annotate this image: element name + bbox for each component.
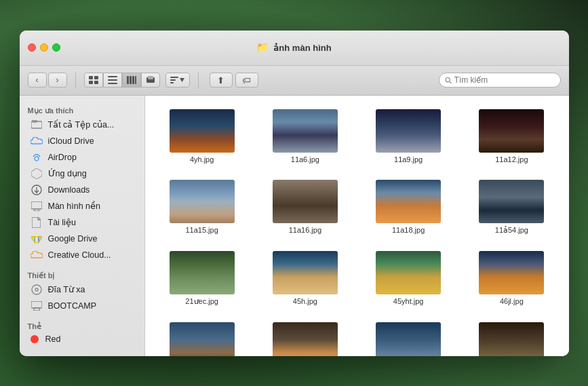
view-cover-button[interactable] <box>141 73 160 88</box>
documents-label: Tài liệu <box>48 217 76 227</box>
sidebar-item-creative-cloud[interactable]: Creative Cloud... <box>22 247 142 263</box>
search-box[interactable] <box>439 73 561 88</box>
file-item[interactable]: 21ưec.jpg <box>153 246 251 311</box>
file-name: 11a18.jpg <box>392 226 425 234</box>
documents-icon <box>31 216 43 229</box>
file-thumbnail <box>376 322 441 356</box>
file-name: 21ưec.jpg <box>185 297 218 306</box>
sidebar: Mục ưa thích Tất cả Tệp của... iCloud Dr… <box>20 96 145 356</box>
sidebar-item-airdrop[interactable]: AirDrop <box>22 149 142 166</box>
search-input[interactable] <box>454 75 555 85</box>
svg-rect-30 <box>31 301 42 308</box>
file-item[interactable]: 4yh.jpg <box>153 104 251 169</box>
view-columns-button[interactable] <box>122 73 141 88</box>
apps-icon <box>31 168 43 180</box>
svg-rect-15 <box>170 82 174 83</box>
icloud-icon <box>31 135 43 147</box>
remote-disk-label: Đĩa Từ xa <box>48 284 85 294</box>
file-thumbnail <box>273 180 338 223</box>
file-item[interactable] <box>463 317 560 356</box>
view-list-button[interactable] <box>103 73 122 88</box>
close-button[interactable] <box>28 43 36 52</box>
file-item[interactable] <box>256 317 354 356</box>
file-item[interactable]: 45h.jpg <box>256 246 354 311</box>
creative-cloud-label: Creative Cloud... <box>48 250 111 260</box>
google-drive-icon <box>31 233 43 245</box>
bootcamp-label: BOOTCAMP <box>48 301 97 311</box>
tag-red-label: Red <box>45 334 61 344</box>
forward-button[interactable]: › <box>48 73 67 88</box>
file-name: 45yht.jpg <box>393 297 424 305</box>
file-item[interactable]: 45yht.jpg <box>359 246 457 311</box>
view-icon-button[interactable] <box>84 73 103 88</box>
file-item[interactable]: 11a6.jpg <box>256 104 354 169</box>
sidebar-item-all-files[interactable]: Tất cả Tệp của... <box>22 117 142 133</box>
file-name: 11a6.jpg <box>291 155 319 163</box>
file-thumbnail <box>376 251 441 294</box>
google-drive-label: Google Drive <box>48 234 98 244</box>
file-thumbnail <box>170 180 235 223</box>
icloud-drive-label: iCloud Drive <box>48 136 94 146</box>
favorites-section-title: Mục ưa thích <box>20 104 144 117</box>
svg-point-17 <box>445 77 449 81</box>
traffic-lights <box>28 43 60 52</box>
creative-cloud-icon <box>31 249 43 261</box>
all-files-label: Tất cả Tệp của... <box>48 119 115 130</box>
file-item[interactable]: 11a12.jpg <box>463 104 560 169</box>
file-thumbnail <box>170 322 235 356</box>
folder-icon: 📁 <box>256 41 269 54</box>
file-item[interactable]: 11a15.jpg <box>153 174 251 240</box>
minimize-button[interactable] <box>40 43 48 52</box>
file-item[interactable] <box>359 317 457 356</box>
bootcamp-icon <box>31 300 43 312</box>
file-name: 11ả54.jpg <box>495 226 528 235</box>
separator-2 <box>198 72 199 88</box>
file-item[interactable]: 46jl.jpg <box>463 246 560 311</box>
file-name: 11a9.jpg <box>394 155 423 163</box>
svg-rect-1 <box>94 76 98 79</box>
sidebar-item-tag-red[interactable]: Red <box>22 332 142 346</box>
svg-rect-24 <box>31 201 42 209</box>
back-button[interactable]: ‹ <box>28 73 47 88</box>
sidebar-item-apps[interactable]: Ứng dụng <box>22 166 142 182</box>
svg-line-18 <box>449 81 451 83</box>
window-title: ảnh màn hình <box>273 43 331 53</box>
svg-rect-6 <box>108 83 117 84</box>
downloads-icon <box>31 184 43 196</box>
sort-dropdown-button[interactable] <box>165 73 190 88</box>
toolbar: ‹ › <box>20 66 569 96</box>
svg-rect-10 <box>135 76 136 84</box>
sidebar-item-desktop[interactable]: Màn hình nền <box>22 198 142 214</box>
sidebar-item-bootcamp[interactable]: BOOTCAMP <box>22 298 142 314</box>
airdrop-label: AirDrop <box>48 153 77 162</box>
file-thumbnail <box>376 180 441 223</box>
file-thumbnail <box>170 109 235 153</box>
sidebar-item-documents[interactable]: Tài liệu <box>22 214 142 231</box>
sidebar-item-icloud-drive[interactable]: iCloud Drive <box>22 133 142 149</box>
airdrop-icon <box>31 151 43 163</box>
file-name: 11a12.jpg <box>495 155 528 163</box>
svg-rect-8 <box>130 76 132 84</box>
file-item[interactable]: 11a16.jpg <box>256 174 354 240</box>
file-thumbnail <box>479 322 544 356</box>
file-thumbnail <box>170 251 235 294</box>
tag-button[interactable]: 🏷 <box>235 73 258 88</box>
all-files-icon <box>31 119 43 131</box>
file-item[interactable] <box>153 317 251 356</box>
svg-rect-14 <box>170 79 176 81</box>
svg-rect-12 <box>148 76 153 79</box>
svg-rect-2 <box>89 81 93 84</box>
maximize-button[interactable] <box>52 43 60 52</box>
file-name: 45h.jpg <box>293 297 317 305</box>
share-button[interactable]: ⬆ <box>210 73 233 88</box>
sidebar-item-downloads[interactable]: Downloads <box>22 182 142 198</box>
svg-point-21 <box>35 157 39 161</box>
svg-rect-9 <box>132 76 134 84</box>
sidebar-item-google-drive[interactable]: Google Drive <box>22 231 142 247</box>
file-grid-container: 4yh.jpg11a6.jpg11a9.jpg11a12.jpg11a15.jp… <box>145 96 569 356</box>
file-item[interactable]: 11a9.jpg <box>359 104 457 169</box>
sidebar-item-remote-disk[interactable]: Đĩa Từ xa <box>22 282 142 298</box>
file-item[interactable]: 11ả54.jpg <box>463 174 560 240</box>
file-item[interactable]: 11a18.jpg <box>359 174 457 240</box>
file-thumbnail <box>479 109 544 153</box>
